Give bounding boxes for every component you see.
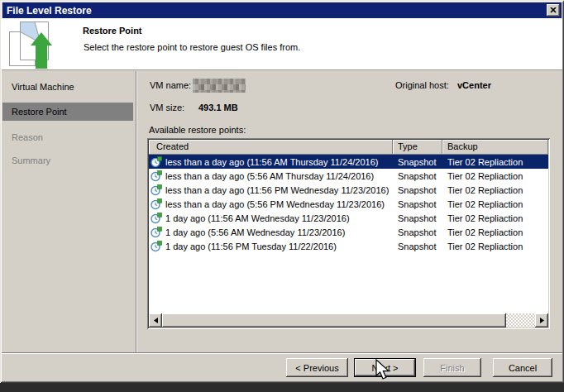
original-host-label: Original host: <box>395 80 449 90</box>
page-title: Restore Point <box>83 26 142 36</box>
row-type: Snapshot <box>393 185 442 195</box>
restore-point-row[interactable]: less than a day ago (11:56 AM Thursday 1… <box>149 155 548 169</box>
scrollbar-track[interactable] <box>506 313 535 327</box>
close-icon <box>550 7 557 13</box>
row-type: Snapshot <box>393 227 442 237</box>
next-button[interactable]: Next > <box>354 358 416 377</box>
restore-point-clock-icon <box>151 213 162 224</box>
column-header-backup[interactable]: Backup <box>442 140 548 155</box>
restore-point-row[interactable]: 1 day ago (11:56 PM Tuesday 11/22/2016) … <box>149 239 548 253</box>
vm-size-label: VM size: <box>150 103 184 112</box>
wizard-banner: Restore Point Select the restore point t… <box>2 18 562 70</box>
scroll-left-button[interactable] <box>149 313 162 327</box>
row-type: Snapshot <box>393 213 442 223</box>
vm-name-value-redacted <box>193 79 246 93</box>
restore-point-clock-icon <box>151 156 162 168</box>
list-header: Created Type Backup <box>149 140 548 155</box>
row-type: Snapshot <box>393 157 442 167</box>
row-backup: Tier 02 Repliaction <box>442 185 548 195</box>
restore-point-clock-icon <box>151 184 162 196</box>
row-created: 1 day ago (5:56 AM Wednesday 11/23/2016) <box>165 227 345 237</box>
scroll-left-icon <box>154 318 158 323</box>
row-created: less than a day ago (11:56 PM Wednesday … <box>165 185 389 195</box>
restore-points-list-label: Available restore points: <box>149 125 246 135</box>
title-bar[interactable]: File Level Restore <box>2 2 562 18</box>
close-button[interactable] <box>547 4 560 17</box>
finish-button: Finish <box>423 358 481 377</box>
row-backup: Tier 02 Repliaction <box>442 241 548 251</box>
sidebar-divider <box>136 71 137 352</box>
row-created: 1 day ago (11:56 AM Wednesday 11/23/2016… <box>165 213 350 223</box>
scroll-right-icon <box>540 318 544 323</box>
window-title: File Level Restore <box>7 5 92 17</box>
row-backup: Tier 02 Repliaction <box>442 199 548 209</box>
file-level-restore-dialog: File Level Restore Restore Point Select … <box>0 0 564 383</box>
restore-points-list: Created Type Backup less than a day ago … <box>147 138 550 329</box>
row-created: less than a day ago (11:56 AM Thursday 1… <box>165 157 378 167</box>
footer-divider <box>2 352 562 354</box>
restore-point-clock-icon <box>151 170 162 182</box>
row-created: 1 day ago (11:56 PM Tuesday 11/22/2016) <box>165 241 337 251</box>
page-subtitle: Select the restore point to restore gues… <box>84 42 300 52</box>
vm-size-value: 493.1 MB <box>198 103 238 112</box>
column-header-type[interactable]: Type <box>393 140 442 155</box>
sidebar-item-restore-point[interactable]: Restore Point <box>2 103 133 121</box>
sidebar-item-label: Restore Point <box>12 107 67 117</box>
cancel-button[interactable]: Cancel <box>493 358 552 377</box>
row-backup: Tier 02 Repliaction <box>442 227 548 237</box>
horizontal-scrollbar[interactable] <box>149 313 548 327</box>
previous-button[interactable]: < Previous <box>286 358 348 377</box>
restore-point-row[interactable]: less than a day ago (11:56 PM Wednesday … <box>149 183 548 197</box>
scrollbar-thumb[interactable] <box>162 313 506 327</box>
sidebar-item-virtual-machine[interactable]: Virtual Machine <box>12 82 74 92</box>
scroll-right-button[interactable] <box>535 313 548 327</box>
row-backup: Tier 02 Repliaction <box>442 157 548 167</box>
original-host-value: vCenter <box>457 80 491 90</box>
row-type: Snapshot <box>393 199 442 209</box>
restore-point-clock-icon <box>151 241 162 252</box>
restore-point-clock-icon <box>151 227 162 238</box>
row-type: Snapshot <box>393 171 442 181</box>
vm-name-label: VM name: <box>150 80 191 90</box>
restore-point-row[interactable]: 1 day ago (5:56 AM Wednesday 11/23/2016)… <box>149 225 548 239</box>
restore-point-clock-icon <box>151 198 162 210</box>
row-created: less than a day ago (5:56 PM Wednesday 1… <box>165 199 385 209</box>
sidebar-item-reason: Reason <box>12 132 43 142</box>
restore-point-row[interactable]: 1 day ago (11:56 AM Wednesday 11/23/2016… <box>149 211 548 225</box>
restore-point-row[interactable]: less than a day ago (5:56 PM Wednesday 1… <box>149 197 548 211</box>
row-created: less than a day ago (5:56 AM Thursday 11… <box>165 171 374 181</box>
row-backup: Tier 02 Repliaction <box>442 213 548 223</box>
column-header-created[interactable]: Created <box>149 140 393 155</box>
restore-point-row[interactable]: less than a day ago (5:56 AM Thursday 11… <box>149 169 548 183</box>
restore-point-icon <box>7 21 54 69</box>
row-backup: Tier 02 Repliaction <box>442 171 548 181</box>
sidebar-item-summary: Summary <box>12 155 50 165</box>
row-type: Snapshot <box>393 241 442 251</box>
